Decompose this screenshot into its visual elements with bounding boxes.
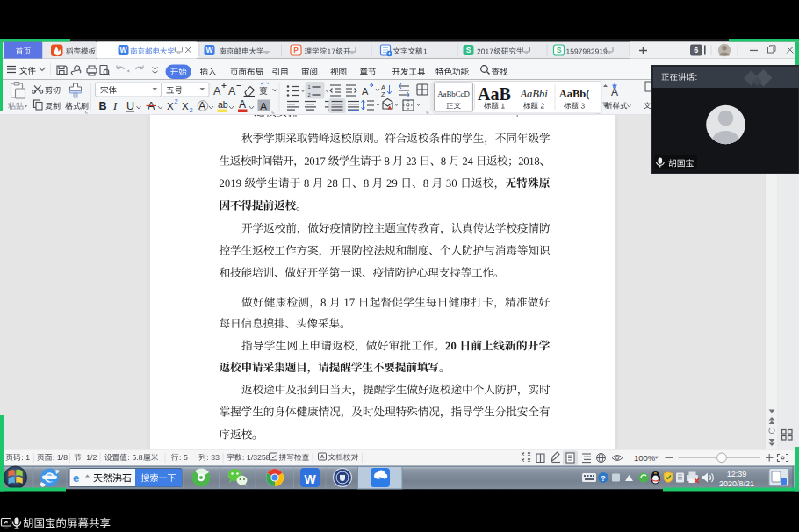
svg-text:A: A <box>228 85 236 97</box>
svg-text:1: 1 <box>308 84 311 90</box>
svg-text:W: W <box>119 46 127 54</box>
svg-text:W: W <box>304 472 316 486</box>
svg-text:W: W <box>205 46 213 54</box>
svg-text:X: X <box>182 101 189 111</box>
svg-text:I: I <box>112 100 118 112</box>
svg-text:2020/8/21: 2020/8/21 <box>719 479 754 488</box>
svg-text:2: 2 <box>175 97 178 105</box>
svg-text:A: A <box>611 86 618 98</box>
svg-text:100%: 100% <box>634 453 656 463</box>
svg-text:AaBbi: AaBbi <box>519 88 548 100</box>
svg-text:2: 2 <box>190 106 193 114</box>
svg-text:AaBbCcD: AaBbCcD <box>437 90 470 98</box>
svg-text:B: B <box>99 100 107 112</box>
svg-text:?: ? <box>601 474 606 483</box>
svg-text:AaB: AaB <box>478 84 511 104</box>
svg-text:A: A <box>362 86 369 97</box>
svg-text:X: X <box>167 101 174 111</box>
svg-text:S: S <box>557 46 562 54</box>
svg-text:AaBb(: AaBb( <box>559 88 590 100</box>
svg-text:A: A <box>239 98 246 111</box>
svg-text:Z: Z <box>381 90 385 98</box>
svg-text:U: U <box>126 100 134 112</box>
svg-text:6: 6 <box>694 46 698 54</box>
svg-text:A: A <box>213 85 221 97</box>
svg-text:ab: ab <box>218 99 228 110</box>
svg-text:S: S <box>466 46 471 54</box>
svg-text:A: A <box>260 101 267 111</box>
svg-text:12:39: 12:39 <box>727 470 747 478</box>
svg-text:2: 2 <box>308 92 311 97</box>
svg-text:P: P <box>293 46 299 54</box>
svg-text:e: e <box>73 471 79 485</box>
